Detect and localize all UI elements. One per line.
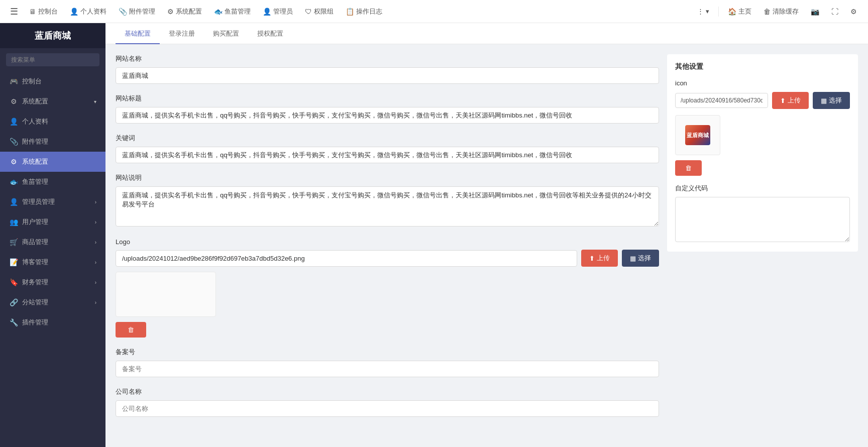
sysconfig2-sidebar-icon: ⚙ bbox=[9, 158, 18, 166]
company-input[interactable] bbox=[116, 400, 659, 417]
field-beian: 备案号 bbox=[116, 348, 659, 377]
nav-admin[interactable]: 👤 管理员 bbox=[258, 4, 298, 19]
site-title-input[interactable] bbox=[116, 107, 659, 124]
fishpond-sidebar-icon: 🐟 bbox=[9, 178, 18, 186]
site-name-input[interactable] bbox=[116, 67, 659, 84]
logo-delete-button[interactable]: 🗑 bbox=[116, 322, 146, 338]
settings-icon: ⚙ bbox=[850, 8, 857, 16]
field-site-name: 网站名称 bbox=[116, 54, 659, 84]
sidebar-item-branch-mgmt[interactable]: 🔗 分站管理 › bbox=[0, 292, 105, 312]
branch-mgmt-sidebar-icon: 🔗 bbox=[9, 298, 18, 306]
blog-mgmt-arrow-icon: › bbox=[95, 260, 96, 265]
nav-sysconfig[interactable]: ⚙ 系统配置 bbox=[162, 4, 207, 19]
logo-select-button[interactable]: ▦ 选择 bbox=[622, 250, 659, 267]
tab-bar: 基础配置 登录注册 购买配置 授权配置 bbox=[105, 23, 868, 44]
beian-input[interactable] bbox=[116, 361, 659, 377]
nav-attachments[interactable]: 📎 附件管理 bbox=[114, 4, 160, 19]
icon-section-label: icon bbox=[675, 79, 850, 87]
field-keywords: 关键词 bbox=[116, 134, 659, 163]
logo-upload-button[interactable]: ⬆ 上传 bbox=[581, 250, 618, 267]
nav-home[interactable]: 🏠 主页 bbox=[723, 4, 756, 19]
nav-more[interactable]: ⋮ ▾ bbox=[692, 5, 714, 18]
sidebar-logo: 蓝盾商城 bbox=[0, 23, 105, 48]
right-panel-title: 其他设置 bbox=[675, 62, 850, 71]
nav-roles[interactable]: 🛡 权限组 bbox=[300, 4, 339, 19]
keywords-label: 关键词 bbox=[116, 134, 659, 143]
nav-profile[interactable]: 👤 个人资料 bbox=[65, 4, 112, 19]
sidebar-item-dashboard[interactable]: 🎮 控制台 bbox=[0, 71, 105, 91]
field-site-title: 网站标题 bbox=[116, 94, 659, 124]
top-navbar: ☰ 🖥 控制台 👤 个人资料 📎 附件管理 ⚙ 系统配置 🐟 鱼苗管理 👤 管理… bbox=[0, 0, 868, 23]
sidebar-item-plugin-mgmt[interactable]: 🔧 插件管理 bbox=[0, 312, 105, 332]
sidebar-item-sysconfig[interactable]: ⚙ 系统配置 ▾ bbox=[0, 91, 105, 111]
sysconfig-sidebar-icon: ⚙ bbox=[9, 97, 18, 105]
sidebar-item-finance-mgmt[interactable]: 🔖 财务管理 › bbox=[0, 272, 105, 292]
site-title-label: 网站标题 bbox=[116, 94, 659, 103]
icon-preview-image: 蓝盾商城 bbox=[685, 125, 710, 145]
logo-preview-box bbox=[116, 272, 216, 317]
product-mgmt-arrow-icon: › bbox=[95, 240, 96, 245]
roles-icon: 🛡 bbox=[305, 8, 312, 16]
description-textarea[interactable]: 蓝盾商城，提供实名手机卡出售，qq号购买，抖音号购买，快手号购买，支付宝号购买，… bbox=[116, 186, 659, 227]
tab-auth[interactable]: 授权配置 bbox=[248, 24, 292, 44]
icon-preview-box: 蓝盾商城 bbox=[675, 115, 720, 155]
product-mgmt-sidebar-icon: 🛒 bbox=[9, 238, 18, 246]
sidebar-item-admin-mgmt[interactable]: 👤 管理员管理 › bbox=[0, 192, 105, 212]
profile-sidebar-icon: 👤 bbox=[9, 118, 18, 126]
sidebar-item-sysconfig-active[interactable]: ⚙ 系统配置 bbox=[0, 152, 105, 172]
attachment-icon: 📎 bbox=[119, 8, 127, 16]
sidebar-item-fishpond[interactable]: 🐟 鱼苗管理 bbox=[0, 172, 105, 192]
custom-code-textarea[interactable] bbox=[675, 197, 850, 242]
custom-code-label: 自定义代码 bbox=[675, 184, 850, 193]
form-panel: 网站名称 网站标题 关键词 网站说明 蓝盾商城，提供实名手机卡出售，qq号购买，… bbox=[116, 54, 659, 437]
admin-mgmt-arrow-icon: › bbox=[95, 199, 96, 205]
nav-screenshot[interactable]: 📷 bbox=[806, 5, 824, 19]
search-input[interactable] bbox=[6, 53, 99, 66]
icon-delete-button[interactable]: 🗑 bbox=[675, 160, 702, 176]
attachment-sidebar-icon: 📎 bbox=[9, 138, 18, 146]
user-mgmt-sidebar-icon: 👥 bbox=[9, 218, 18, 226]
icon-upload-icon: ⬆ bbox=[780, 97, 786, 104]
field-description: 网站说明 蓝盾商城，提供实名手机卡出售，qq号购买，抖音号购买，快手号购买，支付… bbox=[116, 173, 659, 228]
top-nav-right: ⋮ ▾ 🏠 主页 🗑 清除缓存 📷 ⛶ ⚙ bbox=[692, 4, 862, 19]
finance-mgmt-arrow-icon: › bbox=[95, 280, 96, 285]
icon-upload-row: ⬆ 上传 ▦ 选择 bbox=[675, 92, 850, 109]
sidebar-item-product-mgmt[interactable]: 🛒 商品管理 › bbox=[0, 232, 105, 252]
nav-clear-cache[interactable]: 🗑 清除缓存 bbox=[758, 4, 804, 19]
branch-mgmt-arrow-icon: › bbox=[95, 300, 96, 305]
nav-fullscreen[interactable]: ⛶ bbox=[826, 5, 843, 19]
sysconfig-icon: ⚙ bbox=[167, 8, 174, 16]
tab-basic[interactable]: 基础配置 bbox=[116, 24, 160, 44]
sidebar: 蓝盾商城 🎮 控制台 ⚙ 系统配置 ▾ 👤 个人资料 📎 附件管理 ⚙ 系统配置… bbox=[0, 23, 105, 447]
icon-path-input[interactable] bbox=[675, 93, 768, 108]
beian-label: 备案号 bbox=[116, 348, 659, 357]
menu-toggle-icon[interactable]: ☰ bbox=[6, 4, 22, 19]
tab-purchase[interactable]: 购买配置 bbox=[204, 24, 248, 44]
logo-path-input[interactable] bbox=[116, 250, 577, 267]
plugin-mgmt-sidebar-icon: 🔧 bbox=[9, 318, 18, 326]
sidebar-item-attachments[interactable]: 📎 附件管理 bbox=[0, 132, 105, 152]
right-card: 其他设置 icon ⬆ 上传 ▦ 选择 bbox=[667, 54, 858, 252]
select-icon: ▦ bbox=[630, 255, 636, 262]
clear-cache-icon: 🗑 bbox=[764, 8, 771, 16]
sidebar-item-blog-mgmt[interactable]: 📝 博客管理 › bbox=[0, 252, 105, 272]
main-content-wrapper: 基础配置 登录注册 购买配置 授权配置 网站名称 bbox=[105, 23, 868, 447]
admin-icon: 👤 bbox=[263, 8, 271, 16]
blog-mgmt-sidebar-icon: 📝 bbox=[9, 258, 18, 266]
field-logo: Logo ⬆ 上传 ▦ 选择 bbox=[116, 238, 659, 338]
nav-oplog[interactable]: 📋 操作日志 bbox=[341, 4, 387, 19]
logo-upload-row: ⬆ 上传 ▦ 选择 bbox=[116, 250, 659, 267]
tab-login[interactable]: 登录注册 bbox=[160, 24, 204, 44]
icon-upload-button[interactable]: ⬆ 上传 bbox=[772, 92, 809, 109]
icon-select-button[interactable]: ▦ 选择 bbox=[813, 92, 850, 109]
dashboard-icon: 🖥 bbox=[29, 8, 36, 16]
keywords-input[interactable] bbox=[116, 147, 659, 163]
sidebar-item-user-mgmt[interactable]: 👥 用户管理 › bbox=[0, 212, 105, 232]
nav-dashboard[interactable]: 🖥 控制台 bbox=[24, 4, 63, 19]
nav-settings[interactable]: ⚙ bbox=[845, 5, 862, 19]
sidebar-item-profile[interactable]: 👤 个人资料 bbox=[0, 111, 105, 132]
nav-fishpond[interactable]: 🐟 鱼苗管理 bbox=[209, 4, 256, 19]
oplog-icon: 📋 bbox=[346, 8, 354, 16]
nav-divider bbox=[718, 7, 719, 17]
upload-icon: ⬆ bbox=[589, 255, 595, 262]
